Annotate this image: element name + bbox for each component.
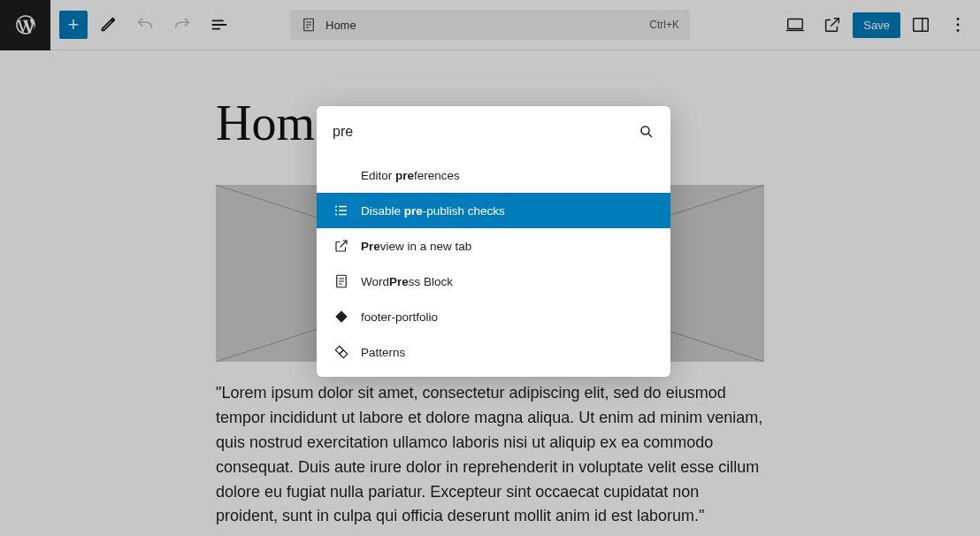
- command-palette: Editor preferencesDisable pre-publish ch…: [317, 106, 670, 377]
- command-item-label: footer-portfolio: [361, 310, 438, 324]
- command-item-label: Editor preferences: [361, 169, 460, 182]
- svg-point-10: [335, 205, 337, 207]
- command-input-row: [317, 106, 670, 157]
- svg-rect-15: [339, 214, 347, 216]
- doc-icon: [333, 273, 350, 289]
- svg-rect-11: [339, 206, 347, 208]
- diamonds-icon: [333, 344, 350, 360]
- command-item-1[interactable]: Disable pre-publish checks: [317, 193, 670, 228]
- list-icon: [333, 203, 350, 218]
- command-item-label: Preview in a new tab: [361, 240, 471, 253]
- svg-point-9: [641, 126, 649, 134]
- command-item-label: Disable pre-publish checks: [361, 204, 505, 218]
- command-item-3[interactable]: WordPress Block: [317, 264, 670, 299]
- svg-point-14: [335, 213, 337, 215]
- command-item-5[interactable]: Patterns: [317, 334, 670, 370]
- search-icon: [639, 124, 655, 140]
- command-search-input[interactable]: [333, 124, 639, 140]
- svg-rect-13: [339, 210, 347, 211]
- command-item-label: Patterns: [361, 346, 405, 359]
- command-item-0[interactable]: Editor preferences: [317, 157, 670, 193]
- command-result-list: Editor preferencesDisable pre-publish ch…: [317, 157, 670, 377]
- external-icon: [333, 238, 350, 254]
- command-item-4[interactable]: footer-portfolio: [317, 299, 670, 334]
- svg-point-12: [335, 210, 337, 211]
- diamond-icon: [333, 309, 350, 325]
- command-item-label: WordPress Block: [361, 275, 453, 288]
- command-item-2[interactable]: Preview in a new tab: [317, 228, 670, 264]
